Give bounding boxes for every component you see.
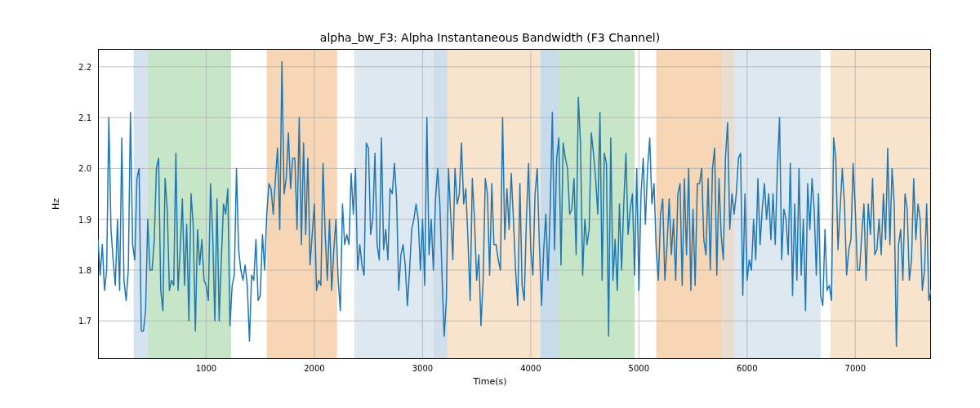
y-tick-label: 2.0 (78, 164, 91, 173)
x-tick-label: 6000 (737, 364, 757, 373)
x-axis-label: Time(s) (0, 376, 980, 387)
plot-area (98, 49, 931, 359)
y-tick-label: 1.8 (78, 265, 91, 274)
x-tick-label: 2000 (304, 364, 324, 373)
x-tick-label: 3000 (412, 364, 433, 373)
chart-title: alpha_bw_F3: Alpha Instantaneous Bandwid… (0, 31, 980, 44)
x-tick-label: 1000 (196, 364, 216, 373)
bg-region (354, 49, 434, 359)
figure: alpha_bw_F3: Alpha Instantaneous Bandwid… (0, 0, 980, 408)
x-tick-label: 4000 (520, 364, 541, 373)
bg-region (831, 49, 931, 359)
y-tick-label: 2.2 (78, 62, 91, 71)
y-tick-label: 2.1 (78, 113, 91, 122)
y-tick-label: 1.7 (78, 317, 91, 326)
x-tick-label: 7000 (845, 364, 866, 373)
y-tick-label: 1.9 (78, 215, 91, 224)
x-tick-label: 5000 (629, 364, 649, 373)
y-axis-label: Hz (51, 198, 61, 210)
